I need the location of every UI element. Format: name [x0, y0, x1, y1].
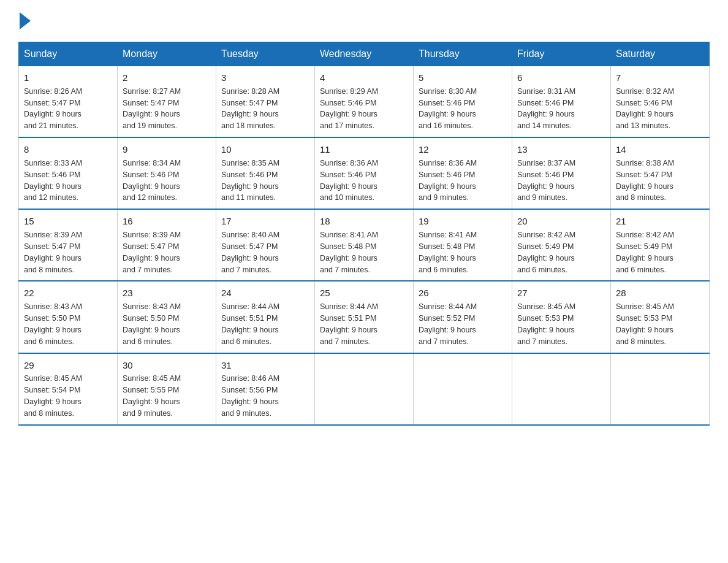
header-row: SundayMondayTuesdayWednesdayThursdayFrid…: [19, 42, 710, 66]
day-info: Sunrise: 8:26 AM Sunset: 5:47 PM Dayligh…: [24, 87, 82, 131]
day-info: Sunrise: 8:34 AM Sunset: 5:46 PM Dayligh…: [123, 159, 181, 202]
day-number: 15: [24, 215, 112, 228]
day-info: Sunrise: 8:42 AM Sunset: 5:49 PM Dayligh…: [616, 231, 674, 274]
day-number: 29: [24, 359, 112, 372]
day-info: Sunrise: 8:36 AM Sunset: 5:46 PM Dayligh…: [419, 159, 477, 202]
day-number: 8: [24, 143, 112, 156]
day-number: 1: [24, 71, 112, 85]
column-header-friday: Friday: [512, 42, 611, 66]
day-number: 21: [616, 215, 704, 228]
day-number: 25: [320, 286, 408, 300]
column-header-monday: Monday: [118, 42, 216, 66]
day-number: 13: [517, 143, 605, 156]
day-info: Sunrise: 8:36 AM Sunset: 5:46 PM Dayligh…: [320, 159, 378, 202]
column-header-thursday: Thursday: [414, 42, 512, 66]
day-info: Sunrise: 8:35 AM Sunset: 5:46 PM Dayligh…: [221, 159, 279, 202]
day-number: 18: [320, 215, 408, 228]
column-header-wednesday: Wednesday: [315, 42, 414, 66]
day-info: Sunrise: 8:29 AM Sunset: 5:46 PM Dayligh…: [320, 87, 378, 131]
calendar-cell: 30Sunrise: 8:45 AM Sunset: 5:55 PM Dayli…: [118, 353, 216, 425]
day-info: Sunrise: 8:42 AM Sunset: 5:49 PM Dayligh…: [517, 231, 575, 274]
day-number: 12: [419, 143, 507, 156]
day-info: Sunrise: 8:41 AM Sunset: 5:48 PM Dayligh…: [320, 231, 378, 274]
day-number: 5: [419, 71, 507, 85]
day-number: 23: [123, 286, 211, 300]
calendar-cell: 27Sunrise: 8:45 AM Sunset: 5:53 PM Dayli…: [512, 281, 611, 353]
calendar-cell: 15Sunrise: 8:39 AM Sunset: 5:47 PM Dayli…: [19, 209, 118, 281]
day-info: Sunrise: 8:27 AM Sunset: 5:47 PM Dayligh…: [123, 87, 181, 131]
logo-arrow-icon: [20, 12, 31, 29]
day-number: 20: [517, 215, 605, 228]
calendar-cell: 29Sunrise: 8:45 AM Sunset: 5:54 PM Dayli…: [19, 353, 118, 425]
calendar-cell: 31Sunrise: 8:46 AM Sunset: 5:56 PM Dayli…: [216, 353, 315, 425]
day-info: Sunrise: 8:45 AM Sunset: 5:53 PM Dayligh…: [616, 302, 674, 346]
calendar-cell: 20Sunrise: 8:42 AM Sunset: 5:49 PM Dayli…: [512, 209, 611, 281]
day-info: Sunrise: 8:28 AM Sunset: 5:47 PM Dayligh…: [221, 87, 279, 131]
column-header-tuesday: Tuesday: [216, 42, 315, 66]
calendar-cell: 26Sunrise: 8:44 AM Sunset: 5:52 PM Dayli…: [414, 281, 512, 353]
calendar-cell: 16Sunrise: 8:39 AM Sunset: 5:47 PM Dayli…: [118, 209, 216, 281]
calendar-cell: 23Sunrise: 8:43 AM Sunset: 5:50 PM Dayli…: [118, 281, 216, 353]
day-info: Sunrise: 8:39 AM Sunset: 5:47 PM Dayligh…: [24, 231, 82, 274]
calendar-cell: 13Sunrise: 8:37 AM Sunset: 5:46 PM Dayli…: [512, 137, 611, 209]
calendar-cell: 11Sunrise: 8:36 AM Sunset: 5:46 PM Dayli…: [315, 137, 414, 209]
calendar-cell: 24Sunrise: 8:44 AM Sunset: 5:51 PM Dayli…: [216, 281, 315, 353]
calendar-cell: 8Sunrise: 8:33 AM Sunset: 5:46 PM Daylig…: [19, 137, 118, 209]
day-info: Sunrise: 8:32 AM Sunset: 5:46 PM Dayligh…: [616, 87, 674, 131]
calendar-cell: 3Sunrise: 8:28 AM Sunset: 5:47 PM Daylig…: [216, 66, 315, 138]
day-info: Sunrise: 8:30 AM Sunset: 5:46 PM Dayligh…: [419, 87, 477, 131]
calendar-cell: [611, 353, 710, 425]
calendar-cell: 17Sunrise: 8:40 AM Sunset: 5:47 PM Dayli…: [216, 209, 315, 281]
calendar-cell: 6Sunrise: 8:31 AM Sunset: 5:46 PM Daylig…: [512, 66, 611, 138]
day-info: Sunrise: 8:44 AM Sunset: 5:52 PM Dayligh…: [419, 302, 477, 346]
calendar-cell: 10Sunrise: 8:35 AM Sunset: 5:46 PM Dayli…: [216, 137, 315, 209]
day-number: 30: [123, 359, 211, 372]
day-info: Sunrise: 8:46 AM Sunset: 5:56 PM Dayligh…: [221, 374, 279, 418]
week-row-4: 22Sunrise: 8:43 AM Sunset: 5:50 PM Dayli…: [19, 281, 710, 353]
day-number: 27: [517, 286, 605, 300]
day-number: 24: [221, 286, 309, 300]
day-info: Sunrise: 8:39 AM Sunset: 5:47 PM Dayligh…: [123, 231, 181, 274]
calendar-cell: 19Sunrise: 8:41 AM Sunset: 5:48 PM Dayli…: [414, 209, 512, 281]
day-number: 10: [221, 143, 309, 156]
header: [18, 12, 710, 29]
calendar-cell: [414, 353, 512, 425]
calendar-cell: 25Sunrise: 8:44 AM Sunset: 5:51 PM Dayli…: [315, 281, 414, 353]
week-row-2: 8Sunrise: 8:33 AM Sunset: 5:46 PM Daylig…: [19, 137, 710, 209]
week-row-1: 1Sunrise: 8:26 AM Sunset: 5:47 PM Daylig…: [19, 66, 710, 138]
calendar-cell: 14Sunrise: 8:38 AM Sunset: 5:47 PM Dayli…: [611, 137, 710, 209]
column-header-saturday: Saturday: [611, 42, 710, 66]
day-info: Sunrise: 8:37 AM Sunset: 5:46 PM Dayligh…: [517, 159, 575, 202]
calendar-table: SundayMondayTuesdayWednesdayThursdayFrid…: [18, 42, 710, 426]
day-info: Sunrise: 8:45 AM Sunset: 5:55 PM Dayligh…: [123, 374, 181, 418]
day-number: 11: [320, 143, 408, 156]
day-number: 22: [24, 286, 112, 300]
day-info: Sunrise: 8:38 AM Sunset: 5:47 PM Dayligh…: [616, 159, 674, 202]
calendar-cell: 5Sunrise: 8:30 AM Sunset: 5:46 PM Daylig…: [414, 66, 512, 138]
day-number: 28: [616, 286, 704, 300]
day-info: Sunrise: 8:44 AM Sunset: 5:51 PM Dayligh…: [221, 302, 279, 346]
week-row-3: 15Sunrise: 8:39 AM Sunset: 5:47 PM Dayli…: [19, 209, 710, 281]
day-number: 31: [221, 359, 309, 372]
day-number: 14: [616, 143, 704, 156]
day-number: 6: [517, 71, 605, 85]
day-info: Sunrise: 8:45 AM Sunset: 5:53 PM Dayligh…: [517, 302, 575, 346]
calendar-cell: [512, 353, 611, 425]
day-number: 26: [419, 286, 507, 300]
calendar-cell: 4Sunrise: 8:29 AM Sunset: 5:46 PM Daylig…: [315, 66, 414, 138]
day-number: 7: [616, 71, 704, 85]
calendar-cell: [315, 353, 414, 425]
day-number: 4: [320, 71, 408, 85]
week-row-5: 29Sunrise: 8:45 AM Sunset: 5:54 PM Dayli…: [19, 353, 710, 425]
calendar-cell: 9Sunrise: 8:34 AM Sunset: 5:46 PM Daylig…: [118, 137, 216, 209]
day-number: 9: [123, 143, 211, 156]
calendar-cell: 21Sunrise: 8:42 AM Sunset: 5:49 PM Dayli…: [611, 209, 710, 281]
calendar-cell: 1Sunrise: 8:26 AM Sunset: 5:47 PM Daylig…: [19, 66, 118, 138]
day-info: Sunrise: 8:33 AM Sunset: 5:46 PM Dayligh…: [24, 159, 82, 202]
logo: [18, 12, 31, 29]
day-number: 3: [221, 71, 309, 85]
day-info: Sunrise: 8:45 AM Sunset: 5:54 PM Dayligh…: [24, 374, 82, 418]
calendar-cell: 7Sunrise: 8:32 AM Sunset: 5:46 PM Daylig…: [611, 66, 710, 138]
day-number: 2: [123, 71, 211, 85]
day-info: Sunrise: 8:44 AM Sunset: 5:51 PM Dayligh…: [320, 302, 378, 346]
